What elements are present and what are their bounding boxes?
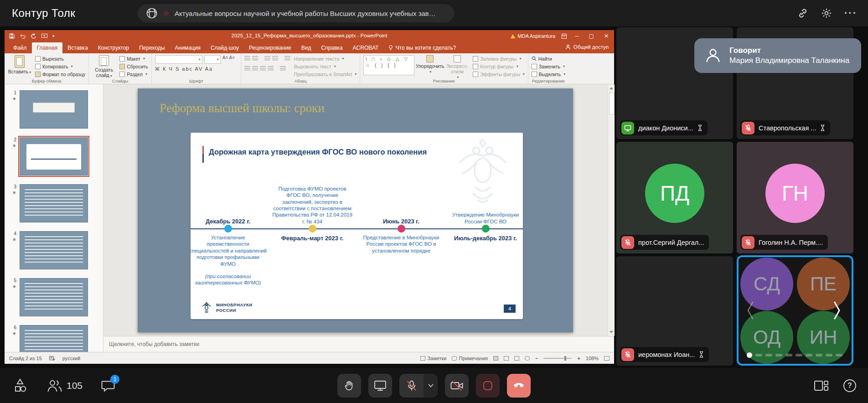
milestone-dot-1 [224, 225, 232, 232]
help-icon[interactable]: ? [843, 379, 856, 392]
participant-tile-5[interactable]: иеромонах Иоан... [616, 256, 733, 366]
redo-icon[interactable] [31, 33, 36, 39]
qat-customize-icon[interactable]: ▾ [52, 34, 55, 38]
section-button[interactable]: Раздел [119, 71, 148, 78]
quick-styles-button[interactable]: Экспресс-стили [445, 55, 469, 78]
microphone-button[interactable] [399, 374, 438, 398]
share-screen-button[interactable] [368, 374, 392, 398]
participant-tile-4[interactable]: ГН Гоголин Н.А. Перм.... [737, 142, 853, 253]
participant-tile-3[interactable]: ПД прот.Сергий Дергал... [616, 142, 733, 253]
slide-thumbnail-5[interactable]: 5 [10, 278, 103, 316]
minimize-icon[interactable]: ─ [573, 33, 581, 39]
font-name-combo[interactable]: ▾ [155, 55, 202, 64]
list-buttons[interactable] [244, 55, 290, 62]
mic-off-icon[interactable] [399, 374, 424, 398]
tab-slideshow[interactable]: Слайд-шоу [206, 42, 244, 53]
arrange-button[interactable]: Упорядочить [418, 55, 442, 78]
new-slide-button[interactable]: Создать слайд [92, 55, 116, 78]
tab-view[interactable]: Вид [296, 42, 316, 53]
view-sorter-icon[interactable] [504, 356, 509, 361]
next-page-icon[interactable] [832, 301, 842, 320]
tab-design[interactable]: Конструктор [93, 42, 134, 53]
find-button[interactable]: Найти [532, 55, 565, 62]
view-reading-icon[interactable] [514, 356, 519, 361]
grow-shrink-font-icons[interactable]: A˄ A˅ [222, 55, 235, 64]
scrollbar-thumb[interactable] [609, 93, 615, 114]
view-slideshow-icon[interactable] [525, 356, 530, 361]
slide-thumbnail-2[interactable]: 2 [10, 137, 103, 176]
scroll-up-icon[interactable] [610, 87, 613, 89]
tab-help[interactable]: Справка [316, 42, 347, 53]
share-button[interactable]: Общий доступ [565, 44, 609, 50]
layout-view-icon[interactable] [813, 379, 829, 392]
current-slide[interactable]: Реформа высшей школы: сроки Дорожная кар… [138, 88, 573, 332]
slide-thumbnail-6[interactable]: 6 [10, 325, 103, 352]
cut-button[interactable]: Вырезать [35, 55, 85, 62]
format-painter-button[interactable]: Формат по образцу [35, 71, 85, 78]
tell-me-search[interactable]: Что вы хотите сделать? [384, 42, 461, 53]
tab-transitions[interactable]: Переходы [134, 42, 170, 53]
hang-up-button[interactable] [507, 374, 531, 398]
align-buttons[interactable] [244, 65, 290, 72]
zoom-out-icon[interactable]: − [535, 356, 538, 361]
ribbon-group-editing: Найти Заменить Выделить Редактирование [528, 53, 568, 84]
ppt-ribbon-tabs: Файл Главная Вставка Конструктор Переход… [5, 42, 614, 53]
notes-area[interactable]: Щелкните, чтобы добавить заметки [103, 336, 614, 352]
save-icon[interactable] [9, 33, 15, 39]
prev-page-icon[interactable] [746, 301, 755, 320]
tab-review[interactable]: Рецензирование [244, 42, 296, 53]
convert-smartart-button[interactable]: Преобразовать в SmartArt [294, 71, 356, 78]
zoom-slider[interactable] [543, 358, 572, 359]
reset-button[interactable]: Сбросить [119, 63, 148, 70]
tab-insert[interactable]: Вставка [62, 42, 93, 53]
slide-thumbnail-3[interactable]: 3 [10, 184, 103, 222]
slide-thumbnail-4[interactable]: 4 [10, 231, 103, 269]
raise-hand-button[interactable] [337, 374, 361, 398]
undo-icon[interactable] [20, 34, 26, 39]
tab-file[interactable]: Файл [8, 42, 32, 53]
participants-button[interactable]: 105 [46, 379, 83, 393]
shape-fill-button[interactable]: Заливка фигуры [473, 55, 525, 62]
shapes-gallery[interactable]: \ □ ○ ◇ △ ▽ ☆ ( ) { } [363, 55, 414, 75]
chat-button[interactable]: 1 [101, 379, 115, 393]
slide-thumbnail-1[interactable]: 1 [10, 90, 103, 129]
copy-button[interactable]: Копировать [35, 63, 85, 70]
meeting-title-pill[interactable]: Актуальные вопросы научной и учебной раб… [138, 4, 454, 22]
font-size-combo[interactable]: ▾ [204, 55, 221, 64]
shape-outline-button[interactable]: Контур фигуры [473, 63, 525, 70]
fit-to-window-icon[interactable] [604, 356, 610, 361]
tab-animations[interactable]: Анимация [170, 42, 206, 53]
layout-button[interactable]: Макет [119, 55, 148, 62]
more-options-icon[interactable]: ··· [844, 8, 857, 18]
start-slideshow-icon[interactable] [41, 34, 47, 39]
replace-button[interactable]: Заменить [532, 63, 565, 70]
tab-acrobat[interactable]: ACROBAT [348, 42, 384, 53]
paste-button[interactable]: Вставить [8, 55, 31, 78]
close-icon[interactable]: ✕ [602, 33, 610, 39]
copy-link-icon[interactable] [797, 7, 809, 19]
ribbon-display-icon[interactable] [562, 34, 567, 39]
zoom-in-icon[interactable]: + [577, 356, 580, 361]
view-normal-icon[interactable] [493, 356, 498, 361]
maximize-icon[interactable]: ▢ [587, 33, 596, 39]
spellcheck-icon[interactable] [49, 356, 55, 361]
apps-shapes-icon[interactable] [12, 378, 28, 393]
mic-options-chevron[interactable] [424, 374, 438, 398]
scroll-down-icon[interactable] [610, 331, 613, 333]
language-indicator[interactable]: русский [62, 356, 80, 361]
text-direction-button[interactable]: Направление текста [294, 55, 356, 62]
slide-scrollbar[interactable] [608, 84, 615, 336]
ppt-account[interactable]: MDA Aspirantura [510, 33, 556, 39]
comments-toggle[interactable]: Примечания [452, 356, 488, 361]
notes-toggle[interactable]: Заметки [420, 356, 446, 361]
font-style-buttons[interactable]: Ж К Ч S abc AV Aa [155, 66, 238, 72]
overflow-participants-tile[interactable]: СД ПЕ ОД ИН [737, 255, 853, 366]
align-text-button[interactable]: Выровнять текст [294, 63, 356, 70]
select-button[interactable]: Выделить [532, 71, 565, 78]
tab-home[interactable]: Главная [32, 42, 63, 53]
camera-button[interactable] [445, 374, 469, 398]
shape-effects-button[interactable]: Эффекты фигуры [473, 71, 525, 78]
settings-gear-icon[interactable] [821, 7, 832, 19]
record-button[interactable] [476, 374, 500, 398]
zoom-percent[interactable]: 108% [586, 356, 599, 361]
